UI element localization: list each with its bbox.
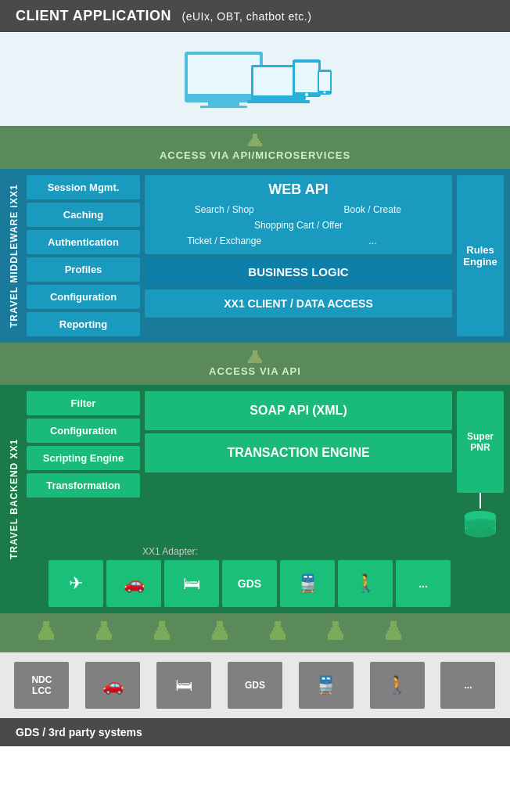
svg-rect-42 bbox=[275, 621, 281, 627]
header-subtitle: (eUIx, OBT, chatbot etc.) bbox=[182, 10, 312, 23]
link-search-shop: Search / Shop bbox=[154, 203, 295, 217]
adapter-label: XX1 Adapter: bbox=[27, 543, 504, 560]
svg-point-9 bbox=[305, 93, 308, 96]
svg-rect-53 bbox=[386, 634, 401, 640]
svg-rect-32 bbox=[98, 631, 110, 634]
svg-rect-27 bbox=[41, 627, 51, 631]
svg-rect-3 bbox=[200, 106, 247, 108]
header-title: CLIENT APPLICATION bbox=[16, 8, 171, 23]
svg-rect-30 bbox=[101, 621, 107, 627]
access-bar-microservices: ACCESS VIA API/MICROSERVICES bbox=[0, 126, 510, 169]
bottom-icon-more: ... bbox=[440, 662, 495, 709]
link-shopping-cart: Shopping Cart / Offer bbox=[154, 218, 443, 232]
device-area bbox=[0, 32, 510, 126]
bottom-icon-ndc: NDCLCC bbox=[14, 662, 69, 709]
adapter-icon-gds: GDS bbox=[222, 560, 277, 607]
backend-left-col: Filter Configuration Scripting Engine Tr… bbox=[27, 391, 140, 540]
middleware-section: TRAVEL MIDDLEWARE iXX1 Session Mgmt. Cac… bbox=[0, 169, 510, 343]
scripting-engine-box: Scripting Engine bbox=[27, 446, 140, 470]
adapter-icon-car: 🚗 bbox=[106, 560, 161, 607]
svg-rect-49 bbox=[328, 634, 343, 640]
svg-rect-36 bbox=[156, 631, 168, 634]
svg-rect-13 bbox=[253, 134, 257, 138]
web-api-title: WEB API bbox=[154, 181, 443, 198]
session-mgmt-box: Session Mgmt. bbox=[27, 175, 140, 199]
svg-rect-50 bbox=[390, 621, 397, 627]
adapter-section: XX1 Adapter: ✈ 🚗 🛏 GDS 🚆 🚶 ... bbox=[27, 543, 504, 607]
connector-bar bbox=[0, 613, 510, 652]
middleware-inner: Session Mgmt. Caching Authentication Pro… bbox=[27, 175, 504, 336]
link-ticket-exchange: Ticket / Exchange bbox=[154, 234, 295, 248]
svg-rect-47 bbox=[331, 627, 340, 631]
backend-vertical-label: TRAVEL BACKEND XX1 bbox=[6, 391, 22, 607]
svg-rect-41 bbox=[212, 634, 228, 640]
svg-rect-26 bbox=[43, 621, 49, 627]
svg-rect-1 bbox=[188, 55, 260, 94]
svg-point-12 bbox=[324, 92, 326, 94]
middleware-right-col: WEB API Search / Shop Book / Create Shop… bbox=[145, 175, 452, 336]
rules-engine-box: Rules Engine bbox=[457, 175, 504, 336]
client-app-header: CLIENT APPLICATION (eUIx, OBT, chatbot e… bbox=[0, 0, 510, 32]
bottom-icons-section: NDCLCC 🚗 🛏 GDS 🚆 🚶 ... bbox=[0, 652, 510, 718]
backend-right-col: SOAP API (XML) TRANSACTION ENGINE bbox=[145, 391, 452, 540]
data-access-box: XX1 CLIENT / DATA ACCESS bbox=[145, 289, 452, 318]
svg-rect-14 bbox=[251, 138, 259, 141]
svg-rect-20 bbox=[248, 360, 262, 363]
svg-rect-18 bbox=[251, 355, 259, 357]
business-logic-box: BUSINESS LOGIC bbox=[145, 257, 452, 286]
super-pnr-box: Super PNR bbox=[457, 391, 504, 493]
link-dots: ... bbox=[303, 234, 444, 248]
middleware-left-col: Session Mgmt. Caching Authentication Pro… bbox=[27, 175, 140, 336]
svg-rect-39 bbox=[215, 627, 224, 631]
svg-rect-29 bbox=[38, 634, 54, 640]
bottom-icon-hotel: 🛏 bbox=[156, 662, 211, 709]
svg-rect-6 bbox=[247, 100, 310, 103]
svg-rect-16 bbox=[248, 143, 262, 146]
svg-rect-51 bbox=[389, 627, 398, 631]
device-icons bbox=[177, 48, 333, 110]
svg-rect-34 bbox=[159, 621, 165, 627]
svg-rect-52 bbox=[387, 631, 400, 634]
adapter-icon-person: 🚶 bbox=[338, 560, 393, 607]
svg-point-25 bbox=[465, 519, 496, 530]
adapter-icons-row: ✈ 🚗 🛏 GDS 🚆 🚶 ... bbox=[27, 560, 504, 607]
connector-symbols bbox=[0, 621, 510, 645]
link-book-create: Book / Create bbox=[303, 203, 444, 217]
svg-rect-40 bbox=[214, 631, 226, 634]
backend-section: TRAVEL BACKEND XX1 Filter Configuration … bbox=[0, 385, 510, 613]
transaction-engine-box: TRANSACTION ENGINE bbox=[145, 433, 452, 472]
access-bar-2-label: ACCESS VIA API bbox=[209, 365, 301, 377]
bottom-icon-car: 🚗 bbox=[85, 662, 140, 709]
svg-rect-46 bbox=[332, 621, 339, 627]
middleware-vertical-label: TRAVEL MIDDLEWARE iXX1 bbox=[6, 175, 22, 336]
svg-rect-8 bbox=[295, 63, 318, 92]
backend-config-box: Configuration bbox=[27, 419, 140, 443]
svg-rect-45 bbox=[270, 634, 286, 640]
svg-rect-33 bbox=[96, 634, 112, 640]
svg-rect-2 bbox=[208, 102, 239, 106]
svg-rect-37 bbox=[154, 634, 170, 640]
svg-rect-48 bbox=[329, 631, 342, 634]
bottom-icon-train: 🚆 bbox=[299, 662, 354, 709]
web-api-box: WEB API Search / Shop Book / Create Shop… bbox=[145, 175, 452, 254]
adapter-icon-train: 🚆 bbox=[280, 560, 335, 607]
svg-rect-31 bbox=[99, 627, 109, 631]
web-api-links: Search / Shop Book / Create Shopping Car… bbox=[154, 203, 443, 248]
adapter-icon-more: ... bbox=[396, 560, 451, 607]
svg-rect-15 bbox=[250, 141, 260, 143]
soap-api-box: SOAP API (XML) bbox=[145, 391, 452, 430]
bottom-icon-gds: GDS bbox=[228, 662, 282, 709]
access-bar-2: ACCESS VIA API bbox=[0, 343, 510, 385]
adapter-icon-hotel: 🛏 bbox=[164, 560, 219, 607]
svg-rect-38 bbox=[217, 621, 223, 627]
svg-rect-35 bbox=[157, 627, 167, 631]
transformation-box: Transformation bbox=[27, 473, 140, 498]
caching-box: Caching bbox=[27, 203, 140, 227]
svg-rect-19 bbox=[250, 357, 260, 360]
svg-rect-28 bbox=[40, 631, 52, 634]
svg-rect-17 bbox=[253, 350, 257, 355]
reporting-box: Reporting bbox=[27, 312, 140, 336]
bottom-icon-person: 🚶 bbox=[370, 662, 425, 709]
footer-bar: GDS / 3rd party systems bbox=[0, 718, 510, 746]
profiles-box: Profiles bbox=[27, 257, 140, 282]
